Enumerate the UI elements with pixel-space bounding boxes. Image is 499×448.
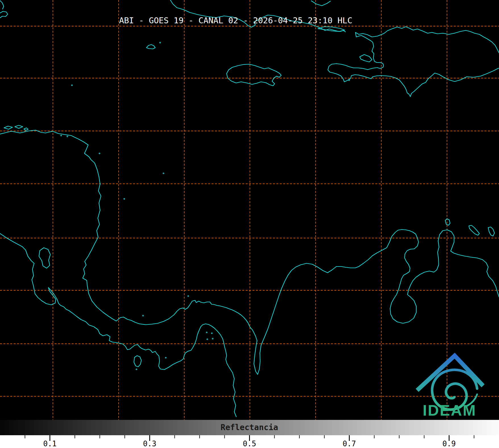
map-title: ABI - GOES 19 - CANAL 02 - 2026-04-25 23…	[119, 16, 353, 25]
colorbar-tick-label: 0.1	[43, 439, 57, 448]
colorbar: 0.10.30.50.70.9 Reflectancia	[0, 420, 499, 448]
goes-satellite-product: ABI - GOES 19 - CANAL 02 - 2026-04-25 23…	[0, 0, 499, 448]
ideam-logo-text: IDEAM	[423, 402, 477, 419]
colorbar-title: Reflectancia	[221, 423, 278, 432]
colorbar-tick-label: 0.5	[243, 439, 256, 448]
satellite-image-canvas: ABI - GOES 19 - CANAL 02 - 2026-04-25 23…	[0, 0, 499, 448]
colorbar-tick-label: 0.3	[143, 439, 156, 448]
colorbar-tick-label: 0.7	[343, 439, 356, 448]
colorbar-tick-label: 0.9	[442, 439, 456, 448]
map-background	[0, 0, 499, 420]
